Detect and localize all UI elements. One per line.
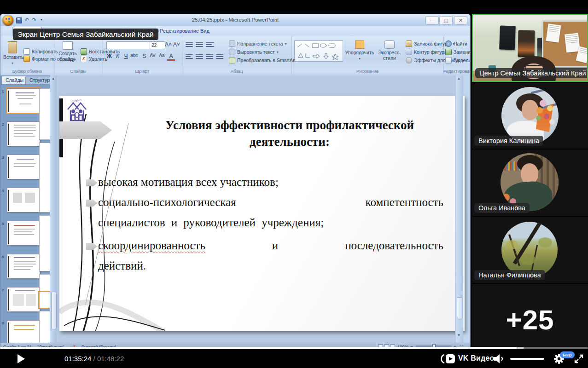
group-clipboard: Вставить ▾ Копировать Формат по образцу … <box>0 36 54 75</box>
thumb-number: 7 <box>2 288 4 292</box>
justify-icon[interactable] <box>216 53 223 60</box>
bold-button[interactable]: Ж <box>105 53 113 59</box>
align-right-icon[interactable] <box>206 53 213 60</box>
slide-title: Условия эффективности профилактической д… <box>115 117 465 150</box>
tab-slides-panel[interactable]: Слайды <box>1 76 28 85</box>
smartart-button[interactable]: Преобразовать в SmartArt▾ <box>229 57 299 63</box>
char-spacing-button[interactable]: AV <box>149 53 157 58</box>
select-icon <box>445 57 452 63</box>
text-direction-button[interactable]: Направление текста▾ <box>229 40 287 47</box>
close-button[interactable]: ✕ <box>454 16 467 25</box>
slide-thumbnail-7[interactable] <box>7 287 40 312</box>
quick-styles-button[interactable]: Экспресс-стили <box>375 40 404 61</box>
slides-panel: Слайды Структура ✕ <box>0 75 57 348</box>
tab-vid[interactable]: Вид <box>196 27 214 35</box>
align-text-button[interactable]: Выровнять текст▾ <box>229 49 279 55</box>
volume-slider[interactable] <box>510 358 544 360</box>
participant-tile[interactable]: Ольга Иванова <box>472 150 588 216</box>
slide-thumbnail-4[interactable] <box>7 188 40 213</box>
slide-thumbnail-3[interactable] <box>7 155 40 179</box>
scroll-up-icon[interactable]: ▲ <box>51 76 55 80</box>
shape-effects-icon <box>406 57 412 63</box>
arrange-button[interactable]: Упорядочить ▾ <box>345 40 374 61</box>
powerpoint-window: ↶ ↷ ▾ 25.04.25.pptx - Microsoft PowerPoi… <box>0 14 471 348</box>
find-button[interactable]: Найти <box>445 40 467 47</box>
more-participants-tile[interactable]: +25 <box>472 284 588 350</box>
slide-title-line2: деятельности: <box>250 135 330 149</box>
strikethrough-button[interactable]: abc <box>130 53 138 58</box>
center-semya-logo: СЕМЬЯ <box>66 99 88 122</box>
participant-tile[interactable]: Наталья Филиппова <box>472 217 588 283</box>
shapes-gallery[interactable] <box>294 40 343 62</box>
shape-outline-icon <box>406 49 412 55</box>
slide-thumbnail-8[interactable] <box>7 320 40 345</box>
thumb-number: 3 <box>2 155 4 160</box>
minimize-button[interactable]: — <box>425 16 439 25</box>
fullscreen-icon[interactable] <box>574 354 584 364</box>
thumb-number: 1 <box>2 89 4 93</box>
title-bar: ↶ ↷ ▾ 25.04.25.pptx - Microsoft PowerPoi… <box>0 14 470 26</box>
underline-button[interactable]: Ч <box>122 53 130 59</box>
grow-font-icon[interactable]: A˄ <box>164 41 172 48</box>
player-controls: 01:35:24 / 01:48:22 VK Видео FHD <box>0 349 588 368</box>
canvas-scroll-thumb[interactable] <box>457 297 462 319</box>
thumb-number: 2 <box>2 122 4 126</box>
video-progress-bar[interactable] <box>0 347 588 349</box>
select-button[interactable]: Выделить <box>445 57 471 63</box>
slide-thumbnail-2[interactable] <box>7 121 40 146</box>
scroll-up-icon[interactable]: ▲ <box>457 76 461 80</box>
group-editing: Найти Заменить Выделить Редактирование <box>443 36 471 75</box>
bullets-icon[interactable] <box>186 41 193 48</box>
align-center-icon[interactable] <box>196 53 203 60</box>
paste-button[interactable]: Вставить ▾ <box>3 41 22 65</box>
format-painter-icon <box>23 56 30 62</box>
find-icon <box>445 40 452 47</box>
italic-button[interactable]: К <box>114 53 122 59</box>
font-color-button[interactable]: А <box>167 53 175 61</box>
slide-thumbnail-1[interactable] <box>7 88 40 113</box>
svg-text:СЕМЬЯ: СЕМЬЯ <box>71 99 82 103</box>
indent-icons[interactable] <box>206 41 214 48</box>
participant-tile[interactable]: Виктория Калинина <box>472 83 588 149</box>
change-case-button[interactable]: Aa <box>158 53 166 58</box>
total-time: 01:48:22 <box>97 355 124 362</box>
align-left-icon[interactable] <box>186 53 193 60</box>
slide-thumbnail-6[interactable] <box>7 254 40 279</box>
new-slide-icon <box>63 41 73 50</box>
thumb-number: 6 <box>2 255 4 259</box>
maximize-button[interactable]: ▢ <box>439 16 453 25</box>
slide-title-line1: Условия эффективности профилактической <box>165 118 414 132</box>
progress-remaining <box>524 347 588 349</box>
progress-handle[interactable] <box>517 347 524 349</box>
participant-tile-camera[interactable]: Центр Семья Забайкальский Край <box>472 14 588 82</box>
canvas-vscrollbar[interactable]: ▲ ▼ ⏶ ⏷ <box>455 75 463 348</box>
slide-canvas: СЕМЬЯ Условия эффективности профилактиче… <box>57 75 463 348</box>
replace-button[interactable]: Заменить <box>445 49 471 55</box>
arrange-icon <box>355 40 364 49</box>
panel-scroll-thumb[interactable] <box>51 292 57 329</box>
text-shadow-button[interactable]: S <box>140 53 148 59</box>
vk-video-logo-icon <box>440 353 456 364</box>
group-drawing: Упорядочить ▾ Экспресс-стили Заливка фиг… <box>291 36 444 75</box>
screen-share-label: Экран Центр Семья Забайкальский Край <box>13 29 158 40</box>
shrink-font-icon[interactable]: A˅ <box>173 41 180 48</box>
smartart-icon <box>229 57 235 63</box>
participant-name: Виктория Калинина <box>474 136 543 146</box>
copy-button[interactable]: Копировать <box>23 48 58 55</box>
font-name-combobox[interactable] <box>106 41 151 49</box>
numbering-icon[interactable] <box>196 41 203 48</box>
quality-badge[interactable]: FHD <box>560 351 575 358</box>
align-text-icon <box>229 49 235 55</box>
new-slide-button[interactable]: Создать слайд ▾ <box>56 41 80 62</box>
slide-thumbnail-5[interactable] <box>7 221 40 246</box>
group-font: 22 A˄ A˅ Ж К Ч abc S AV Aa А Шрифт <box>103 36 182 75</box>
panel-scrollbar[interactable]: ▲ ▼ <box>50 75 57 348</box>
font-size-combobox[interactable]: 22 <box>150 41 165 49</box>
thumb-number: 4 <box>2 189 4 193</box>
group-slides: Создать слайд ▾ Восстановить ✗ Удалить С… <box>54 36 103 75</box>
play-button[interactable] <box>17 354 25 363</box>
slide[interactable]: СЕМЬЯ Условия эффективности профилактиче… <box>59 96 465 331</box>
participant-name: Ольга Иванова <box>474 203 530 213</box>
scroll-down-icon[interactable]: ▼ <box>457 333 461 337</box>
volume-icon[interactable] <box>493 354 505 364</box>
